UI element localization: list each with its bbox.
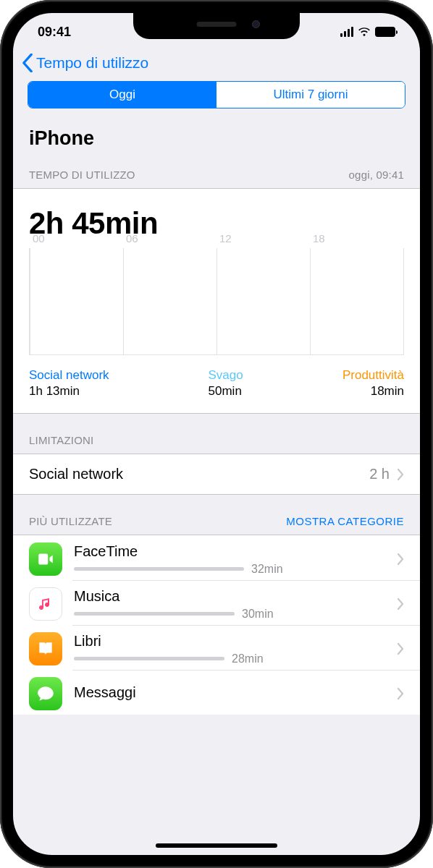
app-row[interactable]: Messaggi xyxy=(13,670,420,715)
chevron-right-icon xyxy=(397,553,404,565)
segment-seven-days[interactable]: Ultimi 7 giorni xyxy=(216,82,405,108)
usage-header-left: TEMPO DI UTILIZZO xyxy=(29,169,135,181)
books-app-icon xyxy=(29,632,62,665)
chevron-left-icon xyxy=(22,54,33,72)
app-row[interactable]: Musica30min xyxy=(13,580,420,625)
chevron-right-icon xyxy=(397,598,404,610)
app-row[interactable]: FaceTime32min xyxy=(13,535,420,580)
back-label: Tempo di utilizzo xyxy=(36,54,148,72)
app-name: Libri xyxy=(74,633,388,650)
cellular-signal-icon xyxy=(340,27,354,37)
nav-header: Tempo di utilizzo xyxy=(13,51,420,81)
app-usage-bar xyxy=(74,567,244,571)
messages-app-icon xyxy=(29,677,62,710)
limit-label: Social network xyxy=(29,466,369,482)
segment-today[interactable]: Oggi xyxy=(28,82,216,108)
chart-tick-label: 00 xyxy=(33,232,45,244)
limits-header-label: LIMITAZIONI xyxy=(29,434,93,446)
screen: 09:41 Tempo di utilizzo Oggi Ultimi 7 gi… xyxy=(13,13,420,855)
category-time: 18min xyxy=(342,384,404,399)
category-social: Social network 1h 13min xyxy=(29,368,203,399)
limits-section-header: LIMITAZIONI xyxy=(13,414,420,454)
home-indicator[interactable] xyxy=(156,843,277,848)
show-categories-link[interactable]: MOSTRA CATEGORIE xyxy=(286,515,404,527)
category-summary-row: Social network 1h 13min Svago 50min Prod… xyxy=(13,358,420,413)
limit-value: 2 h xyxy=(369,466,390,482)
chart-tick-label: 18 xyxy=(313,232,325,244)
limit-row-social[interactable]: Social network 2 h xyxy=(13,454,420,495)
usage-header-right: oggi, 09:41 xyxy=(349,169,404,181)
usage-section-header: TEMPO DI UTILIZZO oggi, 09:41 xyxy=(13,163,420,188)
hourly-usage-chart: 00061218 xyxy=(13,242,420,358)
status-time: 09:41 xyxy=(38,25,71,40)
app-name: FaceTime xyxy=(74,543,388,560)
app-usage-time: 28min xyxy=(232,652,264,665)
chevron-right-icon xyxy=(397,643,404,655)
category-time: 50min xyxy=(209,384,337,399)
category-time: 1h 13min xyxy=(29,384,203,399)
segmented-control-wrap: Oggi Ultimi 7 giorni xyxy=(13,81,420,120)
category-svago: Svago 50min xyxy=(209,368,337,399)
most-used-section-header: PIÙ UTILIZZATE MOSTRA CATEGORIE xyxy=(13,495,420,535)
app-usage-bar xyxy=(74,657,224,660)
app-name: Messaggi xyxy=(74,684,388,701)
music-app-icon xyxy=(29,587,62,621)
category-productivity: Produttività 18min xyxy=(342,368,404,399)
app-name: Musica xyxy=(74,588,388,605)
chart-tick-label: 06 xyxy=(126,232,138,244)
chevron-right-icon xyxy=(397,688,404,699)
category-label: Produttività xyxy=(342,368,404,383)
notch xyxy=(133,13,300,39)
device-title: iPhone xyxy=(13,120,420,163)
back-button[interactable]: Tempo di utilizzo xyxy=(22,54,148,72)
battery-icon xyxy=(375,27,395,37)
app-usage-bar xyxy=(74,612,235,616)
facetime-app-icon xyxy=(29,542,62,576)
app-row[interactable]: Libri28min xyxy=(13,625,420,670)
category-label: Svago xyxy=(209,368,337,383)
wifi-icon xyxy=(358,27,371,37)
most-used-app-list: FaceTime32minMusica30minLibri28minMessag… xyxy=(13,535,420,715)
most-used-header-label: PIÙ UTILIZZATE xyxy=(29,515,112,527)
category-label: Social network xyxy=(29,368,203,383)
segmented-control: Oggi Ultimi 7 giorni xyxy=(28,81,405,109)
chevron-right-icon xyxy=(397,469,404,480)
phone-device-frame: 09:41 Tempo di utilizzo Oggi Ultimi 7 gi… xyxy=(0,0,433,868)
app-usage-time: 32min xyxy=(251,563,283,576)
status-right xyxy=(340,27,396,37)
chart-tick-label: 12 xyxy=(219,232,232,244)
usage-card: 2h 45min 00061218 Social network 1h 13mi… xyxy=(13,188,420,414)
total-usage-time: 2h 45min xyxy=(13,189,420,242)
app-usage-time: 30min xyxy=(242,608,274,621)
